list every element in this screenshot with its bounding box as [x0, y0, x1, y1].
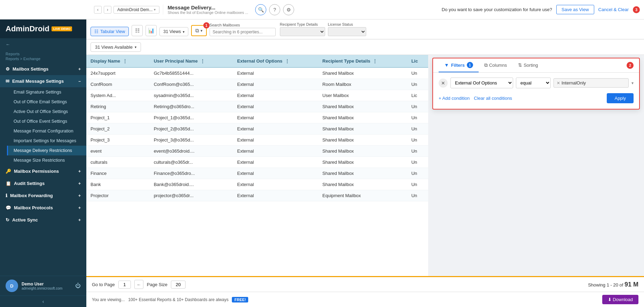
table-row[interactable]: event event@o365droid.... External Share…	[86, 146, 428, 157]
mailbox-protocols-group[interactable]: 💬 Mailbox Protocols +	[0, 202, 86, 214]
table-row[interactable]: Projector projector@o365dr... External E…	[86, 190, 428, 201]
download-btn[interactable]: ⬇ Download	[602, 295, 638, 304]
recipient-type-select[interactable]	[280, 27, 325, 36]
showing-text: Showing 1 - 20 of 91 M	[588, 281, 638, 288]
cell-upn: culturals@o365dr...	[150, 157, 233, 168]
user-info: Demo User admeight.onmicrosoft.com	[22, 282, 72, 290]
mailbox-settings-group[interactable]: ⚙ Mailbox Settings +	[0, 63, 86, 75]
sorting-tab[interactable]: ⇅ Sorting	[512, 58, 543, 72]
sidebar-sub-item-0[interactable]: Email Signature Settings	[7, 87, 86, 97]
clear-all-link[interactable]: Clear all conditions	[474, 96, 512, 101]
filter-row: ✕ External Oof Options equal ✕ InternalO…	[433, 73, 639, 93]
apply-filter-btn[interactable]: Apply	[607, 93, 634, 103]
forwarding-icon: ℹ	[6, 193, 7, 198]
filter-op-select[interactable]: equal	[516, 78, 551, 88]
cell-upn: Retiring@o365dro...	[150, 101, 233, 112]
tag-x-icon[interactable]: ✕	[557, 81, 560, 86]
page-arrow-btn[interactable]: ←	[134, 280, 143, 289]
close-filter-btn[interactable]: ✕	[439, 79, 448, 88]
license-status-select[interactable]	[328, 27, 366, 36]
cell-recipient: User Mailbox	[318, 90, 407, 101]
forward-nav-arrow[interactable]: ›	[104, 6, 111, 14]
demo-tenant-badge[interactable]: AdminDroid Dem... ▾	[113, 6, 159, 14]
page-size-input[interactable]	[171, 281, 186, 289]
cell-recipient: Shared Mailbox	[318, 112, 407, 123]
col-menu-icon[interactable]: ⋮	[373, 59, 377, 64]
chart-view-btn[interactable]: ☷	[132, 25, 143, 36]
filter-field-select[interactable]: External Oof Options	[450, 78, 513, 88]
save-as-view-button[interactable]: Save as View	[556, 5, 594, 14]
cell-display-name: culturals	[86, 157, 150, 168]
table-row[interactable]: Retiring Retiring@o365dro... External Sh…	[86, 101, 428, 112]
col-oof: External Oof Options ⋮	[233, 55, 318, 67]
sidebar-sub-item-4[interactable]: Message Format Configuration	[7, 126, 86, 136]
cancel-clear-link[interactable]: Cancel & Clear	[598, 7, 629, 12]
sidebar-sub-item-5[interactable]: Important Settings for Messages	[7, 136, 86, 146]
page-number-input[interactable]	[118, 281, 131, 289]
user-avatar: D	[6, 280, 18, 292]
table-row[interactable]: 24x7support Gc7b4b58551444... External S…	[86, 67, 428, 79]
cell-oof: External	[233, 123, 318, 135]
col-menu-icon[interactable]: ⋮	[285, 59, 289, 64]
sidebar-sub-item-6[interactable]: Message Delivery Restrictions	[7, 146, 86, 155]
active-sync-group[interactable]: ↻ Active Sync +	[0, 214, 86, 226]
col-lic: Lic	[407, 55, 428, 67]
audit-settings-group[interactable]: 📋 Audit Settings +	[0, 177, 86, 189]
expand-icon-proto: +	[78, 205, 81, 210]
add-condition-link[interactable]: + Add condition	[439, 96, 470, 101]
cell-display-name: 24x7support	[86, 67, 150, 79]
tabular-view-btn[interactable]: ☷ Tabular View	[91, 27, 129, 36]
graph-view-btn[interactable]: 📊	[146, 25, 157, 36]
sidebar-sub-item-7[interactable]: Message Size Restrictions	[7, 155, 86, 165]
table-row[interactable]: Project_2 Project_2@o365d... External Sh…	[86, 123, 428, 135]
cell-upn: ConfRoom@o365...	[150, 79, 233, 90]
columns-tab[interactable]: ⧉ Columns	[479, 58, 512, 72]
table-row[interactable]: Bank Bank@o365droid.... External Shared …	[86, 179, 428, 190]
report-title: Message Delivery...	[167, 5, 248, 10]
table-row[interactable]: Project_1 Project_1@o365d... External Sh…	[86, 112, 428, 123]
filter-value-tag: ✕ InternalOnly	[553, 78, 629, 88]
cell-display-name: event	[86, 146, 150, 157]
col-menu-icon[interactable]: ⋮	[201, 59, 205, 64]
cell-lic: Un	[407, 67, 428, 79]
expand-icon-audit: +	[78, 181, 81, 186]
sidebar-sub-item-1[interactable]: Out of Office Email Settings	[7, 97, 86, 107]
email-message-settings-group[interactable]: ✉ Email Message Settings −	[0, 75, 86, 87]
mailbox-forwarding-group[interactable]: ℹ Mailbox Forwarding +	[0, 189, 86, 202]
search-box: Search Mailboxes	[210, 23, 276, 36]
search-input[interactable]	[210, 28, 276, 36]
table-header-row: Display Name ⋮ User Principal Name ⋮ Ext…	[86, 55, 428, 67]
filter-value-dropdown-icon[interactable]: ▾	[631, 81, 634, 86]
table-row[interactable]: ConfRoom ConfRoom@o365... External Room …	[86, 79, 428, 90]
cell-lic: Un	[407, 135, 428, 146]
filters-tab[interactable]: ▼ Filters 1	[439, 58, 479, 72]
cell-oof: External	[233, 79, 318, 90]
cell-oof: External	[233, 112, 318, 123]
mailbox-permissions-group[interactable]: 🔑 Mailbox Permissions +	[0, 165, 86, 177]
search-icon-btn[interactable]: 🔍	[255, 4, 266, 15]
settings-icon-btn[interactable]: ⚙	[283, 4, 294, 15]
cell-oof: External	[233, 190, 318, 201]
settings-icon: ⚙	[6, 66, 10, 72]
table-container: Display Name ⋮ User Principal Name ⋮ Ext…	[86, 55, 428, 276]
table-row[interactable]: Project_3 Project_3@o365d... External Sh…	[86, 135, 428, 146]
views-available-btn[interactable]: 31 Views Available ▾	[91, 42, 141, 52]
table-row[interactable]: System Ad... sysadmin@o365d... External …	[86, 90, 428, 101]
sidebar-sub-item-3[interactable]: Out of Office Event Settings	[7, 116, 86, 126]
table-row[interactable]: Finance Finance@o365dro... External Shar…	[86, 168, 428, 179]
cell-lic: Lic	[407, 90, 428, 101]
back-button[interactable]: ←	[0, 38, 86, 50]
cell-display-name: Bank	[86, 179, 150, 190]
cell-upn: event@o365droid....	[150, 146, 233, 157]
cell-lic: Un	[407, 79, 428, 90]
sidebar-sub-item-2[interactable]: Active Out of Office Settings	[7, 107, 86, 116]
power-icon[interactable]: ⏻	[75, 283, 81, 289]
col-menu-icon[interactable]: ⋮	[123, 59, 127, 64]
table-row[interactable]: culturals culturals@o365dr... External S…	[86, 157, 428, 168]
recipient-type-label: Recipient Type Details	[280, 22, 325, 26]
back-nav-arrow[interactable]: ‹	[94, 6, 102, 14]
cell-oof: External	[233, 101, 318, 112]
help-icon-btn[interactable]: ?	[269, 4, 280, 15]
collapse-sidebar-btn[interactable]: ‹	[0, 296, 86, 307]
views-dropdown-btn[interactable]: 31 Views ▾	[159, 27, 188, 36]
